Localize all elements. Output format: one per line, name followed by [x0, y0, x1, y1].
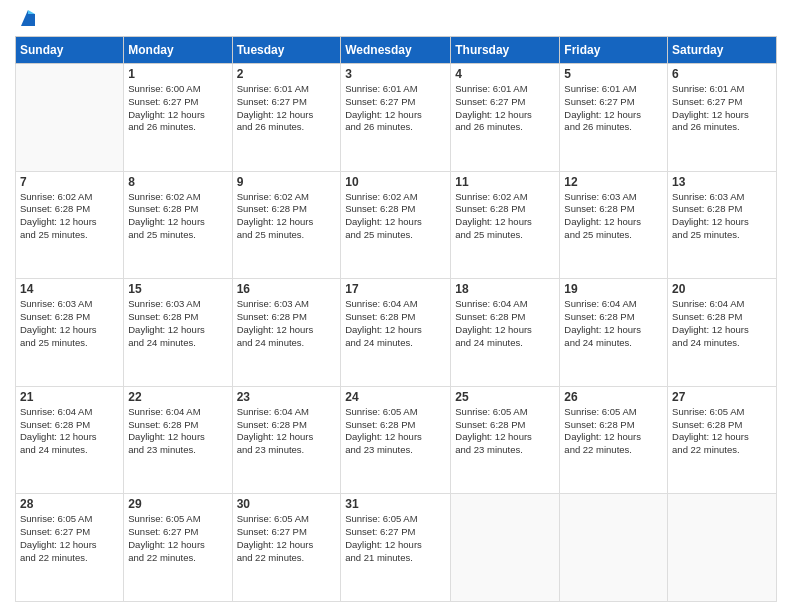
day-cell: 23Sunrise: 6:04 AM Sunset: 6:28 PM Dayli…	[232, 386, 341, 494]
day-number: 22	[128, 390, 227, 404]
header-tuesday: Tuesday	[232, 37, 341, 64]
day-number: 5	[564, 67, 663, 81]
day-number: 29	[128, 497, 227, 511]
day-number: 31	[345, 497, 446, 511]
day-info: Sunrise: 6:02 AM Sunset: 6:28 PM Dayligh…	[237, 191, 337, 242]
day-info: Sunrise: 6:02 AM Sunset: 6:28 PM Dayligh…	[455, 191, 555, 242]
day-cell: 4Sunrise: 6:01 AM Sunset: 6:27 PM Daylig…	[451, 64, 560, 172]
header-thursday: Thursday	[451, 37, 560, 64]
day-number: 7	[20, 175, 119, 189]
day-number: 4	[455, 67, 555, 81]
day-cell: 29Sunrise: 6:05 AM Sunset: 6:27 PM Dayli…	[124, 494, 232, 602]
day-number: 14	[20, 282, 119, 296]
day-info: Sunrise: 6:05 AM Sunset: 6:28 PM Dayligh…	[672, 406, 772, 457]
day-info: Sunrise: 6:01 AM Sunset: 6:27 PM Dayligh…	[455, 83, 555, 134]
week-row-5: 28Sunrise: 6:05 AM Sunset: 6:27 PM Dayli…	[16, 494, 777, 602]
day-info: Sunrise: 6:05 AM Sunset: 6:28 PM Dayligh…	[345, 406, 446, 457]
day-info: Sunrise: 6:05 AM Sunset: 6:28 PM Dayligh…	[455, 406, 555, 457]
day-number: 27	[672, 390, 772, 404]
day-number: 30	[237, 497, 337, 511]
day-number: 1	[128, 67, 227, 81]
day-number: 26	[564, 390, 663, 404]
day-cell: 15Sunrise: 6:03 AM Sunset: 6:28 PM Dayli…	[124, 279, 232, 387]
day-cell: 1Sunrise: 6:00 AM Sunset: 6:27 PM Daylig…	[124, 64, 232, 172]
day-number: 6	[672, 67, 772, 81]
day-info: Sunrise: 6:03 AM Sunset: 6:28 PM Dayligh…	[237, 298, 337, 349]
day-cell: 8Sunrise: 6:02 AM Sunset: 6:28 PM Daylig…	[124, 171, 232, 279]
day-number: 17	[345, 282, 446, 296]
day-cell: 27Sunrise: 6:05 AM Sunset: 6:28 PM Dayli…	[668, 386, 777, 494]
day-cell: 2Sunrise: 6:01 AM Sunset: 6:27 PM Daylig…	[232, 64, 341, 172]
day-cell: 16Sunrise: 6:03 AM Sunset: 6:28 PM Dayli…	[232, 279, 341, 387]
day-info: Sunrise: 6:02 AM Sunset: 6:28 PM Dayligh…	[128, 191, 227, 242]
week-row-4: 21Sunrise: 6:04 AM Sunset: 6:28 PM Dayli…	[16, 386, 777, 494]
logo	[15, 10, 39, 28]
day-number: 3	[345, 67, 446, 81]
day-cell	[451, 494, 560, 602]
day-cell: 18Sunrise: 6:04 AM Sunset: 6:28 PM Dayli…	[451, 279, 560, 387]
day-info: Sunrise: 6:01 AM Sunset: 6:27 PM Dayligh…	[345, 83, 446, 134]
day-info: Sunrise: 6:00 AM Sunset: 6:27 PM Dayligh…	[128, 83, 227, 134]
day-cell: 13Sunrise: 6:03 AM Sunset: 6:28 PM Dayli…	[668, 171, 777, 279]
week-row-3: 14Sunrise: 6:03 AM Sunset: 6:28 PM Dayli…	[16, 279, 777, 387]
day-cell: 24Sunrise: 6:05 AM Sunset: 6:28 PM Dayli…	[341, 386, 451, 494]
page: SundayMondayTuesdayWednesdayThursdayFrid…	[0, 0, 792, 612]
day-info: Sunrise: 6:01 AM Sunset: 6:27 PM Dayligh…	[564, 83, 663, 134]
day-info: Sunrise: 6:04 AM Sunset: 6:28 PM Dayligh…	[20, 406, 119, 457]
day-number: 19	[564, 282, 663, 296]
day-info: Sunrise: 6:03 AM Sunset: 6:28 PM Dayligh…	[128, 298, 227, 349]
day-cell: 22Sunrise: 6:04 AM Sunset: 6:28 PM Dayli…	[124, 386, 232, 494]
day-cell: 30Sunrise: 6:05 AM Sunset: 6:27 PM Dayli…	[232, 494, 341, 602]
day-info: Sunrise: 6:03 AM Sunset: 6:28 PM Dayligh…	[20, 298, 119, 349]
day-info: Sunrise: 6:02 AM Sunset: 6:28 PM Dayligh…	[345, 191, 446, 242]
calendar-header-row: SundayMondayTuesdayWednesdayThursdayFrid…	[16, 37, 777, 64]
day-cell: 25Sunrise: 6:05 AM Sunset: 6:28 PM Dayli…	[451, 386, 560, 494]
header-monday: Monday	[124, 37, 232, 64]
day-cell: 5Sunrise: 6:01 AM Sunset: 6:27 PM Daylig…	[560, 64, 668, 172]
day-cell: 17Sunrise: 6:04 AM Sunset: 6:28 PM Dayli…	[341, 279, 451, 387]
day-number: 8	[128, 175, 227, 189]
week-row-1: 1Sunrise: 6:00 AM Sunset: 6:27 PM Daylig…	[16, 64, 777, 172]
day-info: Sunrise: 6:03 AM Sunset: 6:28 PM Dayligh…	[672, 191, 772, 242]
day-number: 25	[455, 390, 555, 404]
day-cell: 11Sunrise: 6:02 AM Sunset: 6:28 PM Dayli…	[451, 171, 560, 279]
day-cell: 14Sunrise: 6:03 AM Sunset: 6:28 PM Dayli…	[16, 279, 124, 387]
day-number: 24	[345, 390, 446, 404]
day-number: 13	[672, 175, 772, 189]
day-number: 23	[237, 390, 337, 404]
day-cell: 28Sunrise: 6:05 AM Sunset: 6:27 PM Dayli…	[16, 494, 124, 602]
svg-marker-1	[28, 10, 35, 14]
day-number: 16	[237, 282, 337, 296]
day-info: Sunrise: 6:05 AM Sunset: 6:27 PM Dayligh…	[345, 513, 446, 564]
day-info: Sunrise: 6:04 AM Sunset: 6:28 PM Dayligh…	[345, 298, 446, 349]
header-friday: Friday	[560, 37, 668, 64]
day-info: Sunrise: 6:04 AM Sunset: 6:28 PM Dayligh…	[672, 298, 772, 349]
day-number: 10	[345, 175, 446, 189]
day-info: Sunrise: 6:04 AM Sunset: 6:28 PM Dayligh…	[564, 298, 663, 349]
day-number: 28	[20, 497, 119, 511]
day-cell: 31Sunrise: 6:05 AM Sunset: 6:27 PM Dayli…	[341, 494, 451, 602]
day-cell: 9Sunrise: 6:02 AM Sunset: 6:28 PM Daylig…	[232, 171, 341, 279]
day-info: Sunrise: 6:03 AM Sunset: 6:28 PM Dayligh…	[564, 191, 663, 242]
header	[15, 10, 777, 28]
day-cell: 21Sunrise: 6:04 AM Sunset: 6:28 PM Dayli…	[16, 386, 124, 494]
day-cell: 3Sunrise: 6:01 AM Sunset: 6:27 PM Daylig…	[341, 64, 451, 172]
day-info: Sunrise: 6:01 AM Sunset: 6:27 PM Dayligh…	[672, 83, 772, 134]
day-number: 15	[128, 282, 227, 296]
day-info: Sunrise: 6:05 AM Sunset: 6:27 PM Dayligh…	[20, 513, 119, 564]
day-cell: 20Sunrise: 6:04 AM Sunset: 6:28 PM Dayli…	[668, 279, 777, 387]
day-number: 12	[564, 175, 663, 189]
day-number: 18	[455, 282, 555, 296]
day-info: Sunrise: 6:04 AM Sunset: 6:28 PM Dayligh…	[237, 406, 337, 457]
logo-icon	[17, 8, 39, 30]
calendar-table: SundayMondayTuesdayWednesdayThursdayFrid…	[15, 36, 777, 602]
header-wednesday: Wednesday	[341, 37, 451, 64]
day-cell: 19Sunrise: 6:04 AM Sunset: 6:28 PM Dayli…	[560, 279, 668, 387]
day-cell	[16, 64, 124, 172]
day-cell: 26Sunrise: 6:05 AM Sunset: 6:28 PM Dayli…	[560, 386, 668, 494]
day-info: Sunrise: 6:05 AM Sunset: 6:27 PM Dayligh…	[128, 513, 227, 564]
day-cell	[560, 494, 668, 602]
day-info: Sunrise: 6:04 AM Sunset: 6:28 PM Dayligh…	[128, 406, 227, 457]
day-info: Sunrise: 6:04 AM Sunset: 6:28 PM Dayligh…	[455, 298, 555, 349]
day-cell: 6Sunrise: 6:01 AM Sunset: 6:27 PM Daylig…	[668, 64, 777, 172]
